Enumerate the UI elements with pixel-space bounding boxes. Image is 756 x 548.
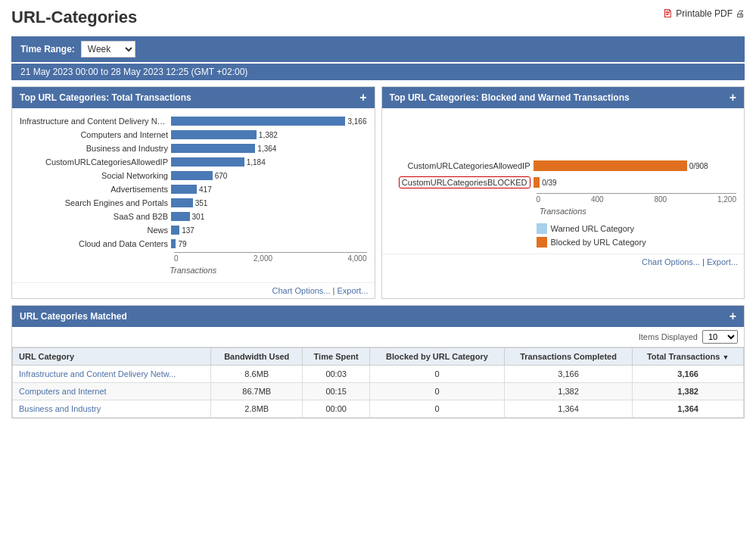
table-header-row: URL Category Bandwidth Used Time Spent B… — [13, 348, 744, 366]
left-bar-fill — [171, 157, 244, 167]
left-chart-title: Top URL Categories: Total Transactions — [20, 92, 191, 103]
cell-blocked: 0 — [370, 383, 505, 400]
left-bar-fill — [171, 144, 255, 153]
left-bar-row: Search Engines and Portals 351 — [20, 198, 367, 208]
left-bar-row: CustomURLCategoriesAllowedIP 1,184 — [20, 157, 367, 167]
table-expand[interactable]: + — [730, 310, 736, 322]
left-bar-label: SaaS and B2B — [20, 212, 171, 221]
right-chart-legend: Warned URL Category Blocked by URL Categ… — [537, 223, 737, 248]
left-bar-area: 670 — [171, 171, 367, 180]
left-bar-row: Infrastructure and Content Delivery Netw… — [20, 116, 367, 126]
left-bar-fill — [171, 212, 190, 221]
left-bar-value: 79 — [178, 240, 186, 248]
left-bar-label: Infrastructure and Content Delivery Netw… — [20, 117, 171, 126]
left-bar-value: 351 — [195, 199, 208, 207]
left-bar-value: 670 — [215, 172, 228, 180]
left-bar-row: SaaS and B2B 301 — [20, 211, 367, 222]
left-bar-area: 1,382 — [171, 130, 367, 139]
left-bar-fill — [171, 239, 176, 248]
pdf-link-area: 🖹 Printable PDF 🖨 — [662, 8, 745, 20]
left-bar-label: Search Engines and Portals — [20, 198, 171, 207]
table-row: Business and Industry 2.8MB 00:00 0 1,36… — [13, 400, 744, 418]
right-chart-body: CustomURLCategoriesAllowedIP 0/908 Custo… — [382, 108, 745, 254]
cell-time: 00:00 — [303, 400, 370, 418]
left-bar-value: 1,184 — [247, 158, 266, 167]
left-bar-value: 417 — [199, 185, 212, 194]
left-bar-value: 1,382 — [259, 131, 278, 139]
legend-warned-icon — [537, 223, 547, 234]
left-bar-chart: Infrastructure and Content Delivery Netw… — [20, 116, 367, 249]
pdf-link-label: Printable PDF — [676, 8, 733, 19]
right-export-link[interactable]: Export... — [707, 257, 738, 266]
left-bar-area: 1,184 — [171, 157, 367, 167]
right-bar-area: 0/39 — [534, 177, 737, 188]
right-bar-value: 0/908 — [689, 162, 708, 170]
left-chart-body: Infrastructure and Content Delivery Netw… — [12, 108, 375, 282]
left-bar-row: Computers and Internet 1,382 — [20, 129, 367, 140]
left-bar-value: 137 — [182, 226, 194, 235]
date-range-text: 21 May 2023 00:00 to 28 May 2023 12:25 (… — [20, 67, 247, 77]
left-bar-fill — [171, 198, 193, 207]
left-bar-value: 1,364 — [257, 145, 276, 153]
left-bar-fill — [171, 226, 179, 235]
table-section: URL Categories Matched + Items Displayed… — [11, 305, 745, 419]
table-row: Infrastructure and Content Delivery Netw… — [13, 366, 744, 383]
left-bar-value: 301 — [192, 213, 205, 221]
left-bar-value: 3,166 — [347, 117, 366, 126]
right-bar-chart: CustomURLCategoriesAllowedIP 0/908 Custo… — [390, 114, 737, 188]
right-chart-header: Top URL Categories: Blocked and Warned T… — [382, 87, 745, 108]
left-bar-label: Computers and Internet — [20, 130, 171, 139]
left-bar-label: Advertisements — [20, 185, 171, 194]
page-container: URL-Categories 🖹 Printable PDF 🖨 Time Ra… — [0, 0, 756, 548]
right-chart-panel: Top URL Categories: Blocked and Warned T… — [381, 86, 745, 299]
left-chart-options-link[interactable]: Chart Options... — [272, 286, 331, 295]
time-range-select[interactable]: Week Hour Day Month Custom — [81, 41, 135, 58]
left-bar-row: Cloud and Data Centers 79 — [20, 238, 367, 249]
col-completed: Transactions Completed — [504, 348, 632, 366]
pdf-link[interactable]: 🖹 Printable PDF 🖨 — [662, 8, 745, 20]
right-bar-label: CustomURLCategoriesBLOCKED — [390, 176, 534, 188]
right-chart-options-link[interactable]: Chart Options... — [642, 257, 700, 266]
right-bar-area: 0/908 — [534, 160, 737, 171]
left-bar-fill — [171, 117, 345, 126]
time-range-label: Time Range: — [20, 44, 75, 54]
right-bar-row: CustomURLCategoriesBLOCKED 0/39 — [390, 176, 737, 188]
left-chart-panel: Top URL Categories: Total Transactions +… — [11, 86, 375, 299]
right-chart-expand[interactable]: + — [730, 92, 736, 104]
legend-warned: Warned URL Category — [537, 223, 737, 234]
col-total[interactable]: Total Transactions ▼ — [633, 348, 744, 366]
left-bar-area: 417 — [171, 185, 367, 194]
cell-total: 1,364 — [633, 400, 744, 418]
cell-bandwidth: 86.7MB — [211, 383, 303, 400]
cell-time: 00:03 — [303, 366, 370, 383]
right-bar-fill — [534, 160, 687, 171]
right-bar-row: CustomURLCategoriesAllowedIP 0/908 — [390, 160, 737, 172]
left-bar-label: News — [20, 226, 171, 235]
left-chart-expand[interactable]: + — [359, 92, 366, 104]
cell-bandwidth: 8.6MB — [211, 366, 303, 383]
cell-category: Computers and Internet — [13, 383, 211, 400]
right-axis: 0 400 800 1,200 — [537, 193, 737, 204]
cell-bandwidth: 2.8MB — [211, 400, 303, 418]
category-link[interactable]: Infrastructure and Content Delivery Netw… — [19, 369, 176, 378]
col-bandwidth: Bandwidth Used — [211, 348, 303, 366]
left-bar-label: Social Networking — [20, 171, 171, 180]
left-bar-label: CustomURLCategoriesAllowedIP — [20, 157, 171, 167]
date-range-bar: 21 May 2023 00:00 to 28 May 2023 12:25 (… — [11, 64, 745, 80]
left-chart-header: Top URL Categories: Total Transactions + — [12, 87, 375, 108]
pdf-icon: 🖹 — [662, 8, 673, 20]
page-title: URL-Categories — [11, 8, 137, 27]
left-export-link[interactable]: Export... — [338, 286, 369, 295]
table-title: URL Categories Matched — [20, 311, 127, 322]
left-bar-label: Business and Industry — [20, 144, 171, 153]
right-axis-ticks: 0 400 800 1,200 — [537, 195, 737, 204]
items-select[interactable]: 10 5 25 50 100 — [702, 330, 738, 344]
legend-blocked: Blocked by URL Category — [537, 237, 737, 248]
cell-category: Business and Industry — [13, 400, 211, 418]
category-link[interactable]: Computers and Internet — [19, 387, 107, 396]
category-link[interactable]: Business and Industry — [19, 404, 101, 413]
right-chart-title: Top URL Categories: Blocked and Warned T… — [390, 92, 630, 103]
items-label: Items Displayed — [639, 332, 698, 341]
right-bar-value: 0/39 — [542, 179, 556, 187]
cell-completed: 1,364 — [504, 400, 632, 418]
